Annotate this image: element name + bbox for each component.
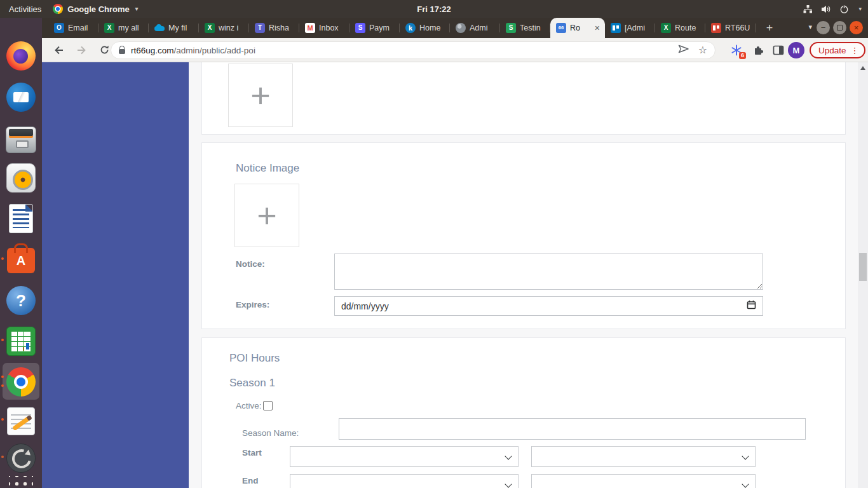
tab-payments[interactable]: SPaym	[349, 18, 400, 38]
dock-item-chrome[interactable]	[6, 367, 36, 397]
tab-label: My fil	[168, 24, 196, 32]
scrollbar-thumb[interactable]	[859, 253, 867, 281]
power-icon[interactable]	[839, 4, 849, 14]
stripe-icon: S	[355, 23, 365, 33]
page-scrollbar[interactable]	[858, 62, 868, 488]
tab-search-chevron-icon[interactable]: ▾	[808, 23, 812, 31]
trello-red-icon	[711, 23, 721, 33]
active-checkbox[interactable]	[263, 401, 273, 410]
dock-item-notes[interactable]	[6, 406, 36, 437]
poi-hours-title: POI Hours	[229, 352, 280, 365]
tab-inbox[interactable]: MInbox	[299, 18, 349, 38]
end-month-select[interactable]	[290, 474, 519, 488]
url-text[interactable]: rt66ug.com/admin/public/add-poi	[131, 46, 672, 55]
caret-down-icon[interactable]: ▾	[858, 6, 862, 12]
clock[interactable]: Fri 17:22	[417, 4, 451, 14]
tab-winz[interactable]: Xwinz i	[199, 18, 249, 38]
dock-item-files[interactable]	[6, 123, 36, 154]
extension-snowflake-icon[interactable]: 6	[728, 42, 745, 58]
dock-item-firefox[interactable]	[6, 41, 36, 71]
tab-label: Testin	[520, 24, 548, 32]
url-domain: rt66ug.com	[131, 46, 174, 55]
forward-button[interactable]	[72, 41, 90, 59]
scroll-up-arrow[interactable]	[860, 66, 865, 70]
notepad-pencil-icon	[7, 407, 35, 435]
profile-avatar[interactable]: M	[788, 42, 804, 58]
tab-route66-active[interactable]: 66Ro×	[550, 18, 605, 38]
plus-icon: +	[257, 196, 277, 235]
dock-item-software[interactable]: A	[6, 243, 36, 274]
expires-date-input[interactable]: dd/mm/yyyy	[334, 296, 763, 316]
start-day-select[interactable]	[531, 446, 756, 467]
dock-item-rhythmbox[interactable]	[6, 163, 36, 193]
volume-icon[interactable]	[821, 4, 831, 14]
tab-route[interactable]: XRoute	[655, 18, 705, 38]
chevron-down-icon	[742, 480, 749, 487]
tab-label: Paym	[369, 24, 397, 32]
dock-item-help[interactable]: ?	[6, 285, 36, 316]
bookmark-star-icon[interactable]: ☆	[698, 45, 707, 55]
send-to-device-icon[interactable]	[678, 44, 689, 56]
running-indicator	[1, 257, 4, 260]
dock-item-updater[interactable]	[6, 443, 36, 473]
launcher-dock: A ? .dk .chromeball:not(.mini)::before{w…	[0, 18, 42, 488]
image-upload-card: +	[201, 62, 846, 135]
update-chrome-button[interactable]: Update ⋮	[810, 42, 865, 58]
add-notice-image-button[interactable]: +	[234, 184, 299, 247]
tab-label: Email	[68, 24, 96, 32]
tab-risha[interactable]: TRisha	[249, 18, 299, 38]
app-grid-icon	[9, 476, 33, 488]
page-content: + Notice Image + Notice: Expires: dd/mm/…	[42, 62, 868, 488]
thunderbird-icon	[6, 83, 36, 112]
tab-admin[interactable]: Admi	[450, 18, 500, 38]
focused-app-name: Google Chrome	[67, 4, 130, 14]
side-panel-icon[interactable]	[770, 42, 787, 58]
tab-admin-board[interactable]: [Admi	[605, 18, 655, 38]
focused-app-menu[interactable]: Google Chrome ▾	[53, 4, 138, 14]
address-bar[interactable]: rt66ug.com/admin/public/add-poi ☆	[111, 41, 715, 59]
tab-rt66[interactable]: RT66U	[705, 18, 756, 38]
extensions-puzzle-icon[interactable]	[750, 42, 766, 58]
tab-my-files[interactable]: My fil	[149, 18, 199, 38]
tab-strip: OEmail Xmy all My fil Xwinz i TRisha MIn…	[42, 18, 868, 38]
running-indicator	[1, 456, 4, 458]
tab-testing[interactable]: STestin	[500, 18, 550, 38]
speaker-icon	[6, 163, 36, 193]
end-label: End	[242, 476, 259, 485]
end-day-select[interactable]	[531, 474, 756, 488]
lock-icon[interactable]	[119, 49, 125, 54]
running-indicator	[1, 376, 4, 378]
season-name-input[interactable]	[339, 418, 806, 440]
dock-item-calc[interactable]	[6, 326, 36, 356]
expires-label: Expires:	[236, 300, 269, 309]
tab-email[interactable]: OEmail	[48, 18, 98, 38]
notice-card: Notice Image + Notice: Expires: dd/mm/yy…	[201, 142, 846, 329]
close-tab-icon[interactable]: ×	[593, 24, 601, 32]
tab-my-all[interactable]: Xmy all	[98, 18, 149, 38]
tab-label: winz i	[219, 24, 247, 32]
notice-textarea[interactable]	[334, 254, 763, 290]
software-bag-icon: A	[7, 248, 35, 273]
minimize-button[interactable]: −	[817, 21, 830, 34]
dock-item-writer[interactable]	[6, 203, 36, 234]
new-tab-button[interactable]: +	[761, 19, 778, 37]
url-path: /admin/public/add-poi	[174, 46, 255, 55]
tab-home[interactable]: kHome	[400, 18, 450, 38]
close-window-button[interactable]: ×	[850, 21, 863, 34]
running-indicator	[1, 384, 4, 387]
admin-sidebar	[42, 62, 189, 488]
gmail-icon: M	[305, 23, 315, 33]
dock-item-thunderbird[interactable]	[6, 82, 36, 112]
calendar-icon[interactable]	[747, 300, 756, 312]
route66-icon: 66	[556, 23, 566, 33]
menu-dots-icon: ⋮	[851, 46, 859, 55]
chevron-down-icon	[742, 452, 749, 459]
start-month-select[interactable]	[290, 446, 519, 467]
maximize-button[interactable]	[833, 21, 846, 34]
back-button[interactable]	[50, 41, 67, 59]
activities-button[interactable]: Activities	[9, 4, 41, 14]
add-image-button[interactable]: +	[228, 64, 293, 127]
network-icon[interactable]	[803, 4, 813, 14]
show-applications-button[interactable]	[6, 473, 36, 488]
file-cabinet-icon	[6, 126, 36, 153]
